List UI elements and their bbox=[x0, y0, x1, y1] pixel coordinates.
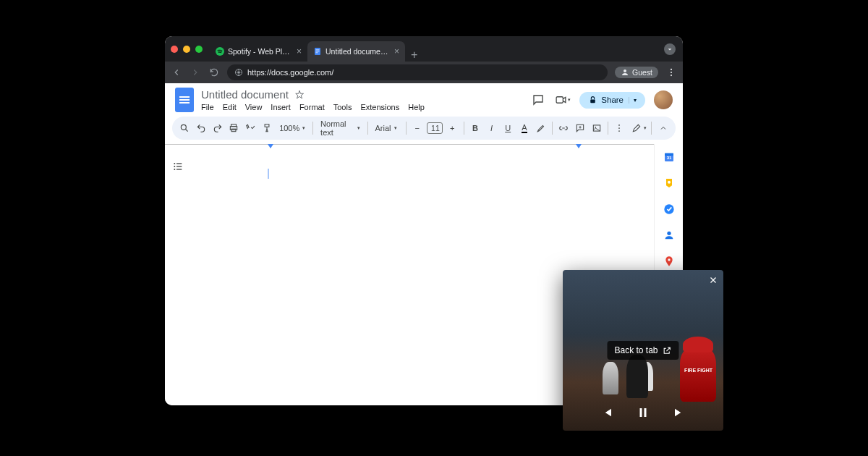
undo-button[interactable] bbox=[195, 120, 208, 136]
forward-button[interactable] bbox=[190, 67, 201, 77]
url-text: https://docs.google.com/ bbox=[247, 68, 333, 77]
back-to-tab-label: Back to tab bbox=[614, 345, 658, 355]
menu-extensions[interactable]: Extensions bbox=[360, 103, 399, 111]
menu-edit[interactable]: Edit bbox=[223, 103, 237, 111]
tab-title: Untitled document - Google D bbox=[326, 47, 391, 56]
svg-point-26 bbox=[174, 169, 175, 170]
styles-dropdown[interactable]: Normal text bbox=[318, 119, 363, 137]
toolbar: 100% Normal text Arial − 11 + B I U A ▾ bbox=[172, 117, 676, 140]
search-menus-button[interactable] bbox=[178, 120, 192, 136]
calendar-icon[interactable]: 31 bbox=[663, 151, 675, 163]
add-comment-button[interactable] bbox=[573, 120, 587, 136]
tab-strip: Spotify - Web Player: Music f × Untitled… bbox=[210, 36, 664, 62]
svg-point-34 bbox=[668, 258, 670, 261]
increase-font-button[interactable]: + bbox=[446, 120, 459, 136]
svg-rect-29 bbox=[665, 153, 673, 156]
document-title[interactable]: Untitled document bbox=[201, 88, 289, 101]
left-indent-marker[interactable] bbox=[268, 144, 273, 148]
window-minimize-button[interactable] bbox=[183, 46, 190, 53]
docs-logo[interactable] bbox=[175, 88, 194, 112]
site-info-icon[interactable] bbox=[234, 68, 243, 77]
share-button[interactable]: Share ▾ bbox=[579, 92, 645, 109]
insert-image-button[interactable] bbox=[590, 120, 603, 136]
open-in-new-icon bbox=[663, 346, 672, 355]
underline-button[interactable]: U bbox=[501, 120, 515, 136]
zoom-dropdown[interactable]: 100% bbox=[276, 124, 308, 132]
url-bar: https://docs.google.com/ Guest bbox=[165, 62, 683, 83]
menu-view[interactable]: View bbox=[245, 103, 263, 111]
svg-point-24 bbox=[174, 166, 175, 167]
collapse-toolbar-button[interactable] bbox=[656, 120, 670, 136]
menu-insert[interactable]: Insert bbox=[271, 103, 291, 111]
svg-point-18 bbox=[595, 127, 596, 128]
address-bar[interactable]: https://docs.google.com/ bbox=[227, 64, 608, 80]
font-size-input[interactable]: 11 bbox=[427, 122, 443, 134]
star-icon[interactable] bbox=[294, 90, 305, 100]
svg-rect-38 bbox=[640, 408, 642, 417]
insert-link-button[interactable] bbox=[557, 120, 571, 136]
editing-mode-button[interactable]: ▾ bbox=[631, 120, 647, 136]
svg-text:31: 31 bbox=[666, 156, 671, 160]
comments-button[interactable] bbox=[530, 92, 546, 108]
expand-window-button[interactable] bbox=[664, 43, 676, 55]
maps-icon[interactable] bbox=[663, 256, 675, 267]
decrease-font-button[interactable]: − bbox=[410, 120, 424, 136]
keep-icon[interactable] bbox=[663, 177, 675, 189]
svg-point-9 bbox=[671, 72, 672, 73]
bold-button[interactable]: B bbox=[469, 120, 482, 136]
pip-player[interactable]: FIRE FIGHT Back to tab bbox=[563, 270, 723, 431]
tab-close-icon[interactable]: × bbox=[297, 46, 302, 56]
user-avatar[interactable] bbox=[654, 90, 673, 109]
svg-rect-11 bbox=[556, 97, 563, 104]
tab-docs[interactable]: Untitled document - Google D × bbox=[307, 41, 405, 62]
svg-rect-12 bbox=[591, 99, 596, 103]
text-color-button[interactable]: A bbox=[518, 120, 532, 136]
reload-button[interactable] bbox=[208, 67, 220, 77]
window-maximize-button[interactable] bbox=[195, 46, 203, 53]
svg-point-22 bbox=[174, 163, 175, 164]
svg-point-7 bbox=[624, 69, 626, 72]
tasks-icon[interactable] bbox=[663, 203, 675, 215]
svg-point-10 bbox=[671, 75, 672, 76]
menu-file[interactable]: File bbox=[201, 103, 214, 111]
svg-point-33 bbox=[667, 232, 671, 235]
paint-format-button[interactable] bbox=[260, 120, 273, 136]
menu-format[interactable]: Format bbox=[299, 103, 325, 111]
window-close-button[interactable] bbox=[171, 46, 178, 53]
titlebar: Spotify - Web Player: Music f × Untitled… bbox=[165, 36, 683, 62]
new-tab-button[interactable]: + bbox=[405, 48, 423, 62]
svg-rect-23 bbox=[176, 163, 182, 164]
profile-button[interactable]: Guest bbox=[615, 67, 658, 78]
profile-label: Guest bbox=[632, 68, 652, 77]
browser-menu-button[interactable] bbox=[665, 67, 677, 77]
next-track-button[interactable] bbox=[673, 406, 686, 419]
share-dropdown-icon[interactable]: ▾ bbox=[629, 97, 637, 104]
titlebar-right bbox=[664, 43, 683, 55]
svg-point-8 bbox=[671, 69, 672, 70]
tab-title: Spotify - Web Player: Music f bbox=[228, 47, 293, 56]
meet-button[interactable]: ▾ bbox=[555, 92, 571, 108]
share-label: Share bbox=[601, 96, 624, 104]
menu-help[interactable]: Help bbox=[408, 103, 425, 111]
back-button[interactable] bbox=[171, 67, 182, 77]
previous-track-button[interactable] bbox=[600, 406, 613, 419]
italic-button[interactable]: I bbox=[485, 120, 498, 136]
window-controls bbox=[171, 46, 203, 53]
font-dropdown[interactable]: Arial bbox=[373, 124, 401, 132]
outline-button[interactable] bbox=[172, 161, 184, 172]
print-button[interactable] bbox=[227, 120, 241, 136]
tab-close-icon[interactable]: × bbox=[394, 46, 399, 56]
pause-button[interactable] bbox=[637, 406, 650, 419]
back-to-tab-button[interactable]: Back to tab bbox=[607, 341, 678, 360]
contacts-icon[interactable] bbox=[663, 229, 675, 241]
right-indent-marker[interactable] bbox=[576, 144, 582, 148]
svg-point-21 bbox=[618, 130, 620, 132]
highlight-button[interactable] bbox=[534, 120, 548, 136]
tab-spotify[interactable]: Spotify - Web Player: Music f × bbox=[210, 41, 307, 62]
pip-controls bbox=[563, 406, 723, 419]
more-options-button[interactable] bbox=[613, 120, 626, 136]
redo-button[interactable] bbox=[210, 120, 224, 136]
menu-tools[interactable]: Tools bbox=[333, 103, 352, 111]
spellcheck-button[interactable] bbox=[244, 120, 258, 136]
pip-close-button[interactable] bbox=[709, 276, 718, 284]
